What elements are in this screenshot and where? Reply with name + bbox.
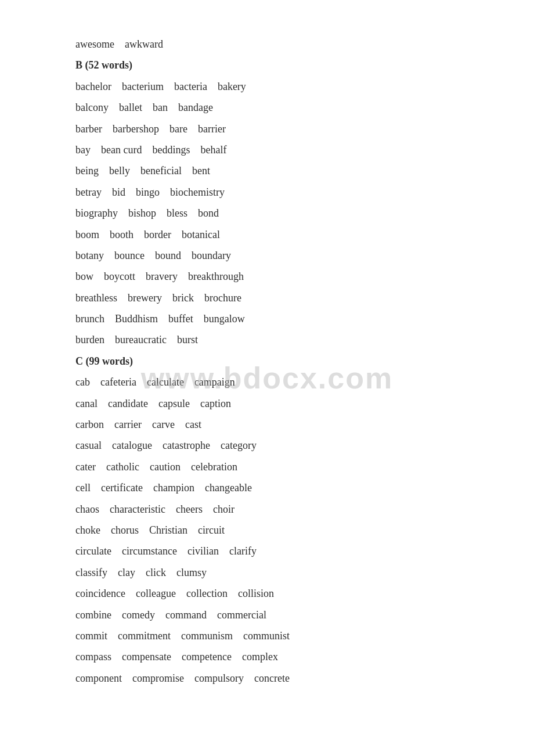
word-item: burst	[177, 330, 198, 349]
word-item: chorus	[111, 521, 139, 539]
word-item: bacteria	[174, 77, 207, 96]
word-item: concrete	[254, 669, 290, 687]
word-line: chaoscharacteristiccheerschoir	[75, 500, 459, 519]
word-item: barbershop	[113, 120, 159, 138]
word-item: comedy	[122, 606, 155, 624]
word-item: ban	[153, 98, 168, 117]
word-line: bachelorbacteriumbacteriabakery	[75, 77, 459, 96]
word-item: circuit	[198, 521, 225, 539]
word-line: cellcertificatechampionchangeable	[75, 478, 459, 497]
word-item: circumstance	[122, 542, 177, 560]
word-item: compromise	[132, 669, 184, 687]
section-header: C (99 words)	[75, 352, 459, 370]
word-item: barber	[75, 120, 102, 138]
word-item: compulsory	[194, 669, 244, 687]
word-item: behalf	[200, 141, 226, 159]
word-item: click	[146, 563, 166, 582]
word-item: buffet	[168, 309, 193, 328]
word-line: burdenbureaucraticburst	[75, 330, 459, 349]
word-item: betray	[75, 183, 102, 201]
word-line: carboncarriercarvecast	[75, 415, 459, 434]
word-item: cast	[185, 415, 201, 434]
word-item: beddings	[152, 141, 190, 159]
word-item: civilian	[187, 542, 219, 560]
word-item: carve	[152, 415, 175, 434]
word-item: bless	[167, 204, 187, 222]
word-item: communism	[181, 627, 233, 645]
word-line: cabcafeteriacalculatecampaign	[75, 373, 459, 391]
word-item: boycott	[104, 267, 135, 286]
word-item: bachelor	[75, 77, 111, 96]
word-item: breathless	[75, 289, 117, 307]
word-item: catholic	[106, 458, 139, 476]
word-item: being	[75, 161, 99, 180]
word-item: canal	[75, 394, 98, 413]
word-item: brewery	[128, 289, 162, 307]
word-item: bacterium	[122, 77, 164, 96]
word-list-container: awesomeawkwardB (52 words)bachelorbacter…	[75, 35, 459, 687]
word-line: canalcandidatecapsulecaption	[75, 394, 459, 413]
word-item: collection	[186, 584, 228, 603]
word-item: brochure	[204, 289, 241, 307]
word-line: classifyclayclickclumsy	[75, 563, 459, 582]
word-item: compensate	[122, 647, 171, 666]
word-item: complex	[242, 647, 278, 666]
word-item: barrier	[198, 120, 226, 138]
word-item: combine	[75, 606, 111, 624]
word-line: betraybidbingobiochemistry	[75, 183, 459, 201]
word-item: boundary	[192, 246, 231, 265]
word-line: chokechorusChristiancircuit	[75, 521, 459, 539]
word-item: bakery	[218, 77, 246, 96]
word-item: clay	[118, 563, 135, 582]
word-item: botanical	[182, 225, 220, 244]
word-line: compasscompensatecompetencecomplex	[75, 647, 459, 666]
word-line: botanybounceboundboundary	[75, 246, 459, 265]
word-item: circulate	[75, 542, 111, 560]
word-item: capsule	[158, 394, 190, 413]
word-item: category	[221, 436, 257, 455]
word-line: balconyballetbanbandage	[75, 98, 459, 117]
section-header: B (52 words)	[75, 56, 459, 74]
word-item: breakthrough	[188, 267, 244, 286]
word-item: command	[165, 606, 207, 624]
word-item: changeable	[205, 478, 252, 497]
word-item: awesome	[75, 35, 114, 53]
word-item: carrier	[114, 415, 142, 434]
word-item: bond	[198, 204, 219, 222]
word-line: catercatholiccautioncelebration	[75, 458, 459, 476]
word-item: bow	[75, 267, 93, 286]
word-item: coincidence	[75, 584, 125, 603]
word-line: bowboycottbraverybreakthrough	[75, 267, 459, 286]
word-item: collision	[238, 584, 274, 603]
word-item: caution	[150, 458, 181, 476]
word-item: ballet	[119, 98, 142, 117]
word-item: cell	[75, 478, 91, 497]
word-item: compass	[75, 647, 111, 666]
word-item: bean curd	[101, 141, 142, 159]
word-item: bingo	[136, 183, 160, 201]
word-item: champion	[153, 478, 194, 497]
word-item: choke	[75, 521, 100, 539]
word-item: bureaucratic	[115, 330, 167, 349]
word-item: botany	[75, 246, 104, 265]
word-item: cab	[75, 373, 90, 391]
word-item: biography	[75, 204, 118, 222]
word-item: caption	[200, 394, 231, 413]
word-item: catalogue	[112, 436, 152, 455]
word-item: certificate	[101, 478, 143, 497]
word-item: bandage	[178, 98, 213, 117]
word-item: bound	[155, 246, 181, 265]
word-item: bare	[169, 120, 187, 138]
word-item: burden	[75, 330, 104, 349]
word-item: campaign	[194, 373, 235, 391]
word-item: bounce	[114, 246, 145, 265]
word-item: candidate	[108, 394, 148, 413]
word-item: catastrophe	[163, 436, 210, 455]
word-item: celebration	[191, 458, 237, 476]
word-item: communist	[243, 627, 290, 645]
word-item: bay	[75, 141, 91, 159]
word-item: colleague	[136, 584, 176, 603]
word-item: bravery	[146, 267, 178, 286]
word-item: classify	[75, 563, 107, 582]
word-item: competence	[182, 647, 232, 666]
